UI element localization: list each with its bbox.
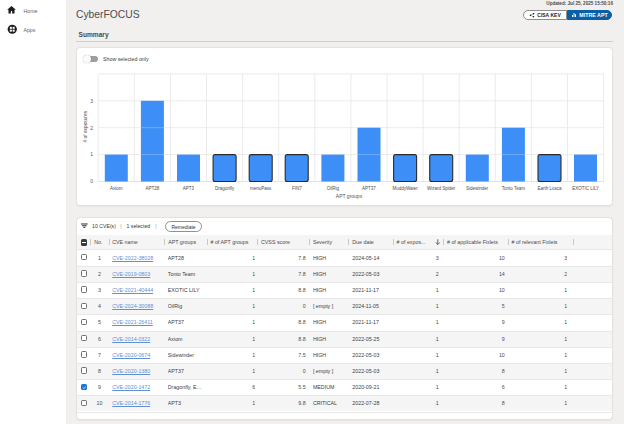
- svg-text:Sidewinder: Sidewinder: [466, 186, 489, 191]
- svg-text:2: 2: [90, 125, 93, 131]
- svg-text:APT3: APT3: [183, 186, 195, 191]
- svg-text:FIN7: FIN7: [292, 186, 302, 191]
- svg-text:menuPass: menuPass: [250, 186, 272, 191]
- svg-text:APT groups: APT groups: [336, 193, 363, 199]
- svg-text:Dragonfly: Dragonfly: [215, 186, 235, 191]
- svg-text:EXOTIC LILY: EXOTIC LILY: [572, 186, 599, 191]
- svg-text:OilRig: OilRig: [327, 186, 340, 191]
- svg-text:3: 3: [90, 98, 93, 104]
- svg-text:# of exposures: # of exposures: [84, 110, 89, 142]
- svg-text:APT37: APT37: [362, 186, 376, 191]
- svg-text:MuddyWater: MuddyWater: [392, 186, 418, 191]
- svg-text:APT28: APT28: [146, 186, 160, 191]
- svg-text:Wizard Spider: Wizard Spider: [427, 186, 456, 191]
- svg-text:Earth Lusca: Earth Lusca: [537, 186, 562, 191]
- svg-text:0: 0: [90, 178, 93, 184]
- svg-text:Axiom: Axiom: [110, 186, 123, 191]
- svg-text:1: 1: [90, 151, 93, 157]
- svg-text:Tonto Team: Tonto Team: [502, 186, 525, 191]
